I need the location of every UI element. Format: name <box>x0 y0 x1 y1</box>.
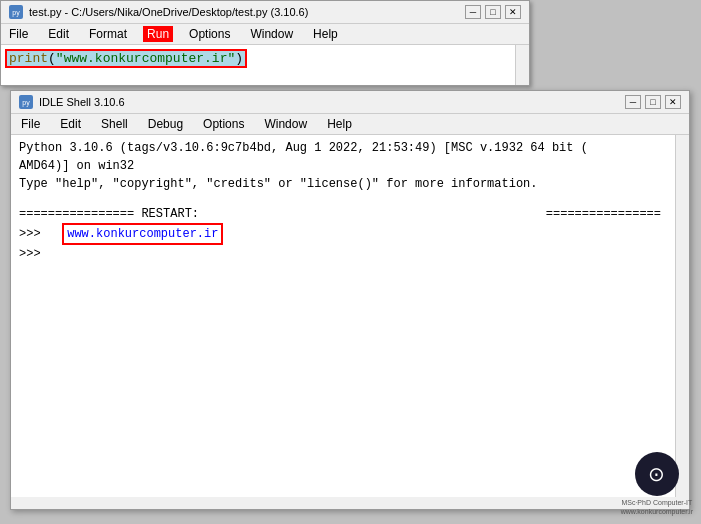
editor-menu-help[interactable]: Help <box>309 26 342 42</box>
shell-menu-shell[interactable]: Shell <box>97 116 132 132</box>
output-value: www.konkurcomputer.ir <box>62 223 223 245</box>
editor-window: py test.py - C:/Users/Nika/OneDrive/Desk… <box>0 0 530 86</box>
shell-scrollbar[interactable] <box>675 135 689 497</box>
shell-menu-options[interactable]: Options <box>199 116 248 132</box>
editor-menu-bar: File Edit Format Run Options Window Help <box>1 24 529 45</box>
shell-controls[interactable]: ─ □ ✕ <box>625 95 681 109</box>
string-value: "www.konkurcomputer.ir" <box>56 51 235 66</box>
editor-close-button[interactable]: ✕ <box>505 5 521 19</box>
shell-menu-debug[interactable]: Debug <box>144 116 187 132</box>
python-info-line1: Python 3.10.6 (tags/v3.10.6:9c7b4bd, Aug… <box>19 139 681 157</box>
watermark-text1: MSc·PhD Computer-IT <box>621 498 693 507</box>
shell-title-bar: py IDLE Shell 3.10.6 ─ □ ✕ <box>11 91 689 114</box>
editor-maximize-button[interactable]: □ <box>485 5 501 19</box>
shell-maximize-button[interactable]: □ <box>645 95 661 109</box>
editor-menu-file[interactable]: File <box>5 26 32 42</box>
restart-line: ================ RESTART: ==============… <box>19 205 681 223</box>
prompt-output-line: >>> www.konkurcomputer.ir <box>19 223 681 245</box>
prompt1: >>> <box>19 227 41 241</box>
shell-menu-window[interactable]: Window <box>260 116 311 132</box>
prompt2: >>> <box>19 247 41 261</box>
editor-title-bar: py test.py - C:/Users/Nika/OneDrive/Desk… <box>1 1 529 24</box>
editor-menu-run[interactable]: Run <box>143 26 173 42</box>
editor-controls[interactable]: ─ □ ✕ <box>465 5 521 19</box>
watermark-text2: www.konkurcomputer.ir <box>621 507 693 516</box>
editor-menu-format[interactable]: Format <box>85 26 131 42</box>
shell-icon: py <box>19 95 33 109</box>
shell-menu-edit[interactable]: Edit <box>56 116 85 132</box>
prompt2-line: >>> <box>19 245 681 263</box>
watermark: ⊙ MSc·PhD Computer-IT www.konkurcomputer… <box>621 452 693 516</box>
paren-open: ( <box>48 51 56 66</box>
shell-title: IDLE Shell 3.10.6 <box>39 96 125 108</box>
shell-minimize-button[interactable]: ─ <box>625 95 641 109</box>
code-line: print("www.konkurcomputer.ir") <box>5 49 525 68</box>
watermark-icon: ⊙ <box>635 452 679 496</box>
editor-menu-edit[interactable]: Edit <box>44 26 73 42</box>
editor-icon: py <box>9 5 23 19</box>
code-highlighted-block: print("www.konkurcomputer.ir") <box>5 49 247 68</box>
shell-content[interactable]: Python 3.10.6 (tags/v3.10.6:9c7b4bd, Aug… <box>11 135 689 497</box>
help-text-line: Type "help", "copyright", "credits" or "… <box>19 175 681 193</box>
paren-close: ) <box>235 51 243 66</box>
shell-menu-file[interactable]: File <box>17 116 44 132</box>
print-keyword: print <box>9 51 48 66</box>
editor-menu-options[interactable]: Options <box>185 26 234 42</box>
editor-content[interactable]: print("www.konkurcomputer.ir") <box>1 45 529 85</box>
restart-label: ================ RESTART: <box>19 205 199 223</box>
restart-equals-right: ================ <box>546 205 661 223</box>
shell-menu-help[interactable]: Help <box>323 116 356 132</box>
shell-close-button[interactable]: ✕ <box>665 95 681 109</box>
python-info-line2: AMD64)] on win32 <box>19 157 681 175</box>
editor-title: test.py - C:/Users/Nika/OneDrive/Desktop… <box>29 6 308 18</box>
editor-minimize-button[interactable]: ─ <box>465 5 481 19</box>
shell-menu-bar: File Edit Shell Debug Options Window Hel… <box>11 114 689 135</box>
shell-window: py IDLE Shell 3.10.6 ─ □ ✕ File Edit She… <box>10 90 690 510</box>
editor-scrollbar[interactable] <box>515 45 529 85</box>
editor-menu-window[interactable]: Window <box>246 26 297 42</box>
